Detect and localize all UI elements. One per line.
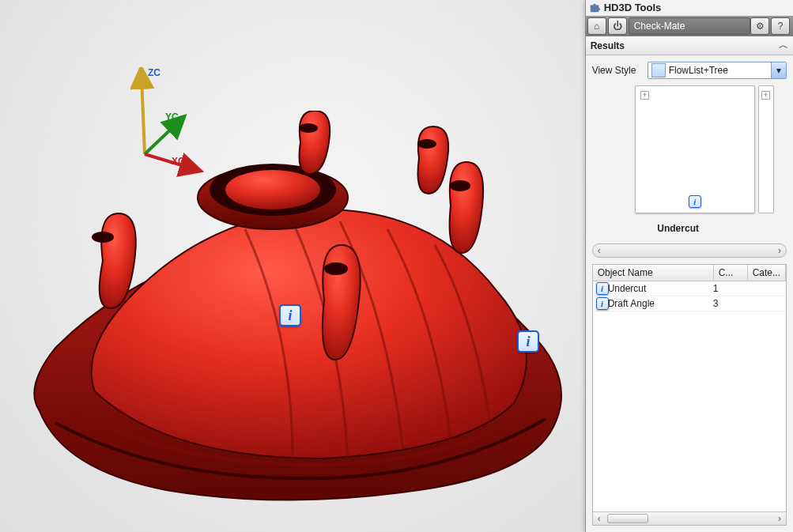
- power-button[interactable]: ⏻: [608, 17, 627, 35]
- table-row[interactable]: + i Draft Angle 3: [593, 296, 786, 311]
- combo-icon: [651, 63, 666, 77]
- axis-x-label: XC: [172, 156, 185, 167]
- flow-scrollbar[interactable]: ‹ ›: [592, 243, 787, 258]
- help-button[interactable]: ?: [771, 17, 790, 35]
- row-name: Undercut: [608, 283, 647, 294]
- results-table: Object Name C... Cate... + i Undercut 1 …: [592, 264, 787, 526]
- scroll-thumb[interactable]: [607, 514, 648, 523]
- settings-button[interactable]: ⚙: [750, 17, 769, 35]
- expand-icon[interactable]: +: [640, 91, 649, 100]
- scroll-left-button[interactable]: ‹: [593, 245, 606, 256]
- scroll-right-button[interactable]: ›: [773, 513, 786, 524]
- table-row[interactable]: + i Undercut 1: [593, 281, 786, 296]
- panel-title-row: HD3D Tools: [586, 0, 793, 16]
- svg-point-3: [92, 232, 114, 243]
- flow-list-area: + i +: [592, 85, 787, 213]
- hd3d-tools-panel: HD3D Tools ⌂ ⏻ Check-Mate ⚙ ? Results ︿ …: [585, 0, 793, 532]
- scroll-right-button[interactable]: ›: [773, 245, 786, 256]
- puzzle-icon: [589, 2, 600, 13]
- info-icon: i: [288, 308, 292, 324]
- results-body: View Style FlowList+Tree ▾ + i + Und: [586, 55, 793, 532]
- row-count: 1: [713, 283, 719, 294]
- svg-point-5: [417, 139, 436, 149]
- section-title: Results: [591, 40, 625, 51]
- svg-point-6: [450, 180, 470, 191]
- scroll-left-button[interactable]: ‹: [593, 513, 606, 524]
- view-style-label: View Style: [592, 65, 640, 76]
- power-icon: ⏻: [613, 21, 622, 32]
- chevron-down-icon[interactable]: ▾: [771, 62, 786, 78]
- flow-card-undercut[interactable]: + i: [635, 85, 755, 213]
- col-category[interactable]: Cate...: [748, 265, 786, 281]
- panel-title: HD3D Tools: [604, 2, 662, 13]
- home-button[interactable]: ⌂: [587, 17, 606, 35]
- gear-icon: ⚙: [756, 21, 765, 32]
- row-name: Draft Angle: [608, 298, 655, 309]
- table-body[interactable]: + i Undercut 1 + i Draft Angle 3: [593, 281, 786, 511]
- results-section-header[interactable]: Results ︿: [586, 36, 793, 55]
- col-count[interactable]: C...: [714, 265, 748, 281]
- table-header: Object Name C... Cate...: [593, 265, 786, 281]
- info-icon: i: [596, 282, 609, 295]
- info-tag-1[interactable]: i: [279, 304, 301, 326]
- info-icon: i: [596, 297, 609, 310]
- breadcrumb[interactable]: Check-Mate: [629, 17, 750, 35]
- collapse-icon[interactable]: ︿: [779, 39, 788, 52]
- svg-line-8: [142, 77, 145, 154]
- axis-triad[interactable]: ZC YC XC: [130, 67, 233, 202]
- svg-point-2: [225, 170, 320, 209]
- svg-point-4: [299, 123, 318, 133]
- home-icon: ⌂: [594, 21, 599, 32]
- info-tag-2[interactable]: i: [517, 330, 539, 353]
- col-object-name[interactable]: Object Name: [593, 265, 714, 281]
- info-icon: i: [526, 334, 530, 350]
- axis-z-label: ZC: [148, 67, 160, 78]
- view-style-value: FlowList+Tree: [669, 65, 771, 76]
- svg-point-7: [324, 262, 348, 275]
- axis-y-label: YC: [165, 111, 179, 123]
- info-icon: i: [689, 195, 701, 208]
- viewport-3d[interactable]: i i ZC YC XC: [0, 0, 585, 532]
- flow-caption-row: Undercut: [592, 220, 787, 237]
- table-h-scrollbar[interactable]: ‹ ›: [593, 511, 786, 525]
- svg-line-9: [145, 123, 178, 154]
- flow-card-next[interactable]: +: [758, 85, 774, 213]
- row-count: 3: [713, 298, 719, 309]
- view-style-row: View Style FlowList+Tree ▾: [592, 62, 787, 79]
- expand-icon[interactable]: +: [761, 91, 770, 100]
- help-icon: ?: [778, 21, 784, 32]
- panel-toolbar: ⌂ ⏻ Check-Mate ⚙ ?: [586, 16, 793, 36]
- flow-card-caption: Undercut: [619, 220, 738, 237]
- view-style-combo[interactable]: FlowList+Tree ▾: [648, 62, 787, 79]
- axis-arrows: [130, 67, 233, 202]
- svg-line-10: [145, 154, 192, 168]
